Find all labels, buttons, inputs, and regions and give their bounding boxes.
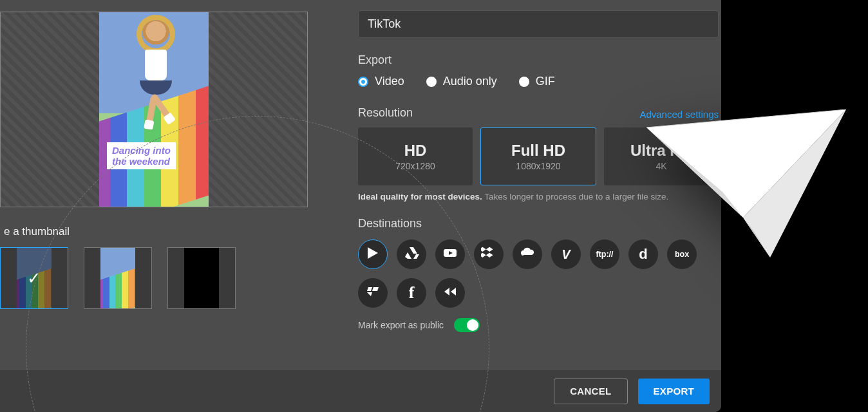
rewind-icon xyxy=(442,284,458,303)
advanced-settings-link[interactable]: Advanced settings xyxy=(639,109,719,120)
svg-line-6 xyxy=(743,109,846,218)
resolution-note: Ideal quality for most devices. Takes lo… xyxy=(358,192,719,201)
destination-youtube[interactable] xyxy=(435,239,465,269)
destination-dailymotion[interactable]: d xyxy=(628,239,658,269)
resolution-hd[interactable]: HD720x1280 xyxy=(358,127,473,185)
destinations-label: Destinations xyxy=(358,217,719,230)
google-drive-icon xyxy=(404,245,419,264)
resolution-sub: 720x1280 xyxy=(395,161,435,171)
public-toggle-label: Mark export as public xyxy=(358,320,444,330)
check-icon: ✓ xyxy=(27,268,41,288)
resolution-full-hd[interactable]: Full HD1080x1920 xyxy=(480,127,596,185)
modal-body: Dancing into the weekend e a thumbnail ✓ xyxy=(0,0,721,370)
resolution-title: HD xyxy=(404,142,427,160)
svg-marker-4 xyxy=(743,218,770,258)
radio-icon xyxy=(426,77,437,87)
export-button[interactable]: EXPORT xyxy=(638,379,710,404)
destination-brightcove[interactable] xyxy=(358,278,388,308)
resolution-ultra-hd[interactable]: Ultra HD4K xyxy=(604,127,719,185)
radio-icon xyxy=(519,77,529,87)
export-name-input[interactable] xyxy=(358,10,719,38)
radio-icon xyxy=(358,77,368,87)
preview-column: Dancing into the weekend e a thumbnail ✓ xyxy=(0,0,308,370)
radio-label: GIF xyxy=(536,75,555,88)
destinations-row: Vftp://dboxf xyxy=(358,239,719,308)
destination-facebook[interactable]: f xyxy=(397,278,426,308)
public-toggle[interactable] xyxy=(454,318,480,332)
box-icon: box xyxy=(675,250,689,259)
resolution-note-bold: Ideal quality for most devices. xyxy=(358,192,482,201)
caption-line-2: the weekend xyxy=(112,156,170,167)
resolution-sub: 1080x1920 xyxy=(516,161,560,171)
resolution-sub: 4K xyxy=(656,161,666,171)
export-type-label: Export xyxy=(358,53,719,67)
settings-column: Export VideoAudio onlyGIF Resolution Adv… xyxy=(308,0,721,370)
resolution-title: Full HD xyxy=(511,142,565,160)
ftp-icon: ftp:// xyxy=(596,250,613,259)
modal-footer: CANCEL EXPORT xyxy=(0,370,721,412)
thumbnail-image xyxy=(184,248,219,308)
export-type-video[interactable]: Video xyxy=(358,75,404,88)
caption-line-1: Dancing into xyxy=(112,145,171,156)
destination-google-drive[interactable] xyxy=(397,239,426,269)
destination-vimeo[interactable]: V xyxy=(551,239,581,269)
destination-ftp[interactable]: ftp:// xyxy=(590,239,619,269)
person-graphic xyxy=(130,20,182,129)
dropbox-icon xyxy=(481,245,496,264)
vimeo-icon: V xyxy=(561,247,570,262)
resolution-title: Ultra HD xyxy=(630,142,692,160)
video-preview: Dancing into the weekend xyxy=(0,12,308,207)
export-modal: Dancing into the weekend e a thumbnail ✓ xyxy=(0,0,721,412)
radio-label: Video xyxy=(375,75,404,88)
thumbnail-option-1[interactable]: ✓ xyxy=(0,247,68,309)
thumbnail-image xyxy=(100,248,135,308)
cancel-button[interactable]: CANCEL xyxy=(554,379,627,404)
facebook-icon: f xyxy=(409,283,415,303)
preview-vertical-frame: Dancing into the weekend xyxy=(99,12,209,207)
destination-onedrive[interactable] xyxy=(513,239,542,269)
export-type-radios: VideoAudio onlyGIF xyxy=(358,75,719,88)
dailymotion-icon: d xyxy=(639,246,647,263)
brightcove-icon xyxy=(365,284,381,303)
thumbnail-section-label: e a thumbnail xyxy=(0,225,308,238)
thumbnail-option-3[interactable] xyxy=(167,247,236,309)
export-type-gif[interactable]: GIF xyxy=(519,75,555,88)
resolution-options: HD720x1280Full HD1080x1920Ultra HD4K xyxy=(358,127,719,185)
destination-rewind[interactable] xyxy=(435,278,465,308)
svg-marker-3 xyxy=(743,109,846,258)
destination-dropbox[interactable] xyxy=(474,239,504,269)
destination-wevideo[interactable] xyxy=(358,239,388,269)
radio-label: Audio only xyxy=(443,75,497,88)
destination-box[interactable]: box xyxy=(667,239,697,269)
thumbnail-row: ✓ xyxy=(0,247,308,309)
export-type-audio-only[interactable]: Audio only xyxy=(426,75,497,88)
onedrive-icon xyxy=(520,245,535,264)
resolution-label: Resolution xyxy=(358,106,413,120)
thumbnail-option-2[interactable] xyxy=(84,247,152,309)
youtube-icon xyxy=(442,245,458,264)
preview-caption: Dancing into the weekend xyxy=(107,142,176,170)
wevideo-icon xyxy=(365,245,381,264)
resolution-note-text: Takes longer to process due to a larger … xyxy=(482,192,668,201)
